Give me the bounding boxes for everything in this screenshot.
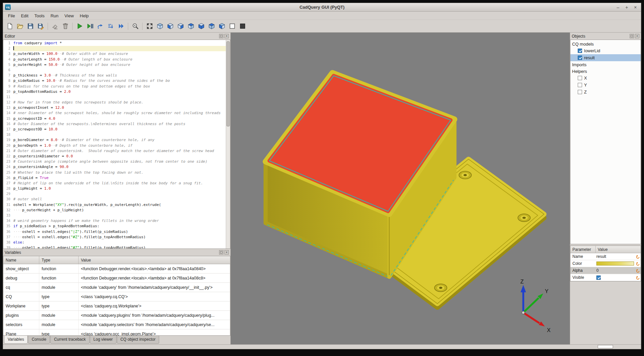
prop-row-name[interactable]: Nameresult (570, 253, 641, 260)
code-line[interactable]: 25# Whether to place the lid with the to… (3, 170, 226, 175)
code-line[interactable]: 15p_screwpostID = 4.0 (3, 116, 226, 121)
tree-group-imports[interactable]: Imports (570, 61, 641, 68)
tree-item-z[interactable]: Z (570, 89, 641, 95)
visibility-checkbox[interactable] (578, 76, 582, 80)
tree-item-x[interactable]: X (570, 75, 641, 82)
reset-button[interactable] (635, 255, 641, 259)
tab-current-traceback[interactable]: Current traceback (50, 336, 89, 344)
tab-variables[interactable]: Variables (4, 336, 28, 344)
code-line[interactable]: 39····oshell = oshell.edges("#Z").fillet… (3, 245, 226, 249)
close-panel-icon[interactable]: × (224, 34, 229, 38)
code-line[interactable]: 35if p_sideRadius > p_topAndBottomRadius… (3, 224, 226, 229)
3d-viewport[interactable]: Z Y X (231, 33, 570, 344)
code-line[interactable]: 6 (3, 68, 226, 73)
code-line[interactable]: 32····p_outerHeight + p_lipHeight) (3, 208, 226, 213)
fit-all-button[interactable] (145, 22, 154, 31)
table-row[interactable]: Planetype<class 'cadquery.occ_impl.geom.… (3, 329, 230, 336)
code-line[interactable]: 19p_boreDiameter = 8.0··# Diameter of th… (3, 137, 226, 143)
prop-row-visible[interactable]: Visible (570, 274, 641, 281)
code-line[interactable]: 10p_topAndBottomRadius = 2.0 (3, 89, 226, 94)
code-line[interactable]: 30# outer shell (3, 197, 226, 202)
code-line[interactable]: 29 (3, 191, 226, 197)
visibility-checkbox[interactable] (578, 56, 582, 60)
clear-button[interactable] (50, 22, 60, 31)
column-header-type[interactable]: Type (39, 256, 79, 264)
float-panel-icon[interactable] (219, 250, 223, 255)
tree-item-result[interactable]: result (570, 54, 641, 61)
close-panel-icon[interactable]: × (635, 34, 639, 38)
code-line[interactable]: 23# Countersink angle (complete angle be… (3, 159, 226, 164)
view-top-button[interactable] (207, 22, 216, 31)
close-icon[interactable]: × (633, 5, 638, 10)
float-panel-icon[interactable] (219, 34, 223, 38)
tab-cq-object-inspector[interactable]: CQ object inspector (117, 336, 159, 344)
color-swatch[interactable] (596, 262, 634, 266)
visibility-checkbox[interactable] (578, 83, 582, 87)
minimize-icon[interactable]: – (616, 5, 620, 10)
tree-group-cq-models[interactable]: CQ models (570, 41, 641, 47)
tree-group-helpers[interactable]: Helpers (570, 68, 641, 75)
view-bottom-button[interactable] (217, 22, 226, 31)
code-line[interactable]: 22p_countersinkDiameter = 0.0 (3, 154, 226, 159)
view-iso-button[interactable] (155, 22, 164, 31)
code-line[interactable]: 26p_flipLid = True (3, 175, 226, 181)
code-line[interactable]: 11 (3, 94, 226, 100)
code-line[interactable]: 28p_lipHeight = 1.0 (3, 186, 226, 191)
code-line[interactable]: 27# Height of lip on the underside of th… (3, 181, 226, 186)
shaded-view-button[interactable] (238, 22, 247, 31)
code-line[interactable]: 17p_screwpostOD = 10.0 (3, 127, 226, 132)
reset-button[interactable] (635, 262, 641, 266)
column-header-name[interactable]: Name (3, 256, 39, 264)
table-row[interactable]: Workplanetype<class 'cadquery.cq.Workpla… (3, 301, 230, 311)
view-back-button[interactable] (176, 22, 185, 31)
view-left-button[interactable] (186, 22, 195, 31)
open-file-button[interactable] (15, 22, 25, 31)
menu-run[interactable]: Run (48, 12, 62, 19)
code-area[interactable]: 1from cadquery import *23p_outerWidth = … (3, 40, 226, 249)
tab-log-viewer[interactable]: Log viewer (90, 336, 117, 344)
code-line[interactable]: 7p_thickness = 3.0··# Thickness of the b… (3, 73, 226, 78)
menu-help[interactable]: Help (77, 12, 92, 19)
column-header-value[interactable]: Value (79, 256, 230, 264)
prop-row-color[interactable]: Color (570, 260, 641, 267)
render-button[interactable] (75, 22, 84, 31)
new-file-button[interactable] (5, 22, 14, 31)
tab-console[interactable]: Console (28, 336, 50, 344)
table-row[interactable]: selectorsmodule<module 'cadquery.selecto… (3, 320, 230, 329)
code-line[interactable]: 9# Radius for the curves on the top and … (3, 84, 226, 89)
menu-edit[interactable]: Edit (18, 12, 31, 19)
menu-file[interactable]: File (5, 12, 18, 19)
editor-scrollbar[interactable] (226, 40, 230, 249)
menu-view[interactable]: View (62, 12, 77, 19)
titlebar[interactable]: cq CadQuery GUI (PyQT) – + × (3, 3, 641, 12)
code-line[interactable]: 18 (3, 132, 226, 137)
reset-button[interactable] (635, 268, 641, 273)
code-line[interactable]: 16# Outer Diameter of the screwposts.\nD… (3, 121, 226, 127)
tree-item-lowerlid[interactable]: lowerLid (570, 47, 641, 54)
tree-item-y[interactable]: Y (570, 82, 641, 89)
code-line[interactable]: 34# weird geometry happens if we make th… (3, 218, 226, 224)
table-row[interactable]: show_objectfunction<function Debugger.re… (3, 264, 230, 273)
visible-checkbox[interactable] (596, 275, 601, 280)
code-line[interactable]: 3p_outerWidth = 100.0··# Outer width of … (3, 51, 226, 57)
table-row[interactable]: pluginsmodule<module 'cadquery.plugins' … (3, 311, 230, 320)
code-line[interactable]: 14# nner Diameter of the screwpost holes… (3, 110, 226, 116)
code-line[interactable]: 4p_outerLength = 150.0··# Outer length o… (3, 57, 226, 62)
table-row[interactable]: cqmodule<module 'cadquery' from '/home/a… (3, 283, 230, 292)
table-row[interactable]: debugfunction<function Debugger.render.<… (3, 273, 230, 283)
visibility-checkbox[interactable] (578, 49, 582, 53)
editor-scrollbar-thumb[interactable] (226, 41, 230, 126)
code-line[interactable]: 12# How far in from the edges the screwp… (3, 100, 226, 105)
code-line[interactable]: 8p_sideRadius = 10.0··# Radius for the c… (3, 78, 226, 84)
code-line[interactable]: 38else: (3, 240, 226, 245)
save-as-button[interactable] (36, 22, 45, 31)
delete-button[interactable] (61, 22, 70, 31)
debug-button[interactable] (85, 22, 95, 31)
step-over-button[interactable] (96, 22, 105, 31)
wireframe-view-button[interactable] (227, 22, 237, 31)
save-button[interactable] (26, 22, 35, 31)
prop-row-alpha[interactable]: Alpha0 (570, 267, 641, 274)
code-line[interactable]: 24p_countersinkAngle = 90.0 (3, 164, 226, 170)
continue-button[interactable] (116, 22, 126, 31)
reset-button[interactable] (635, 275, 641, 280)
